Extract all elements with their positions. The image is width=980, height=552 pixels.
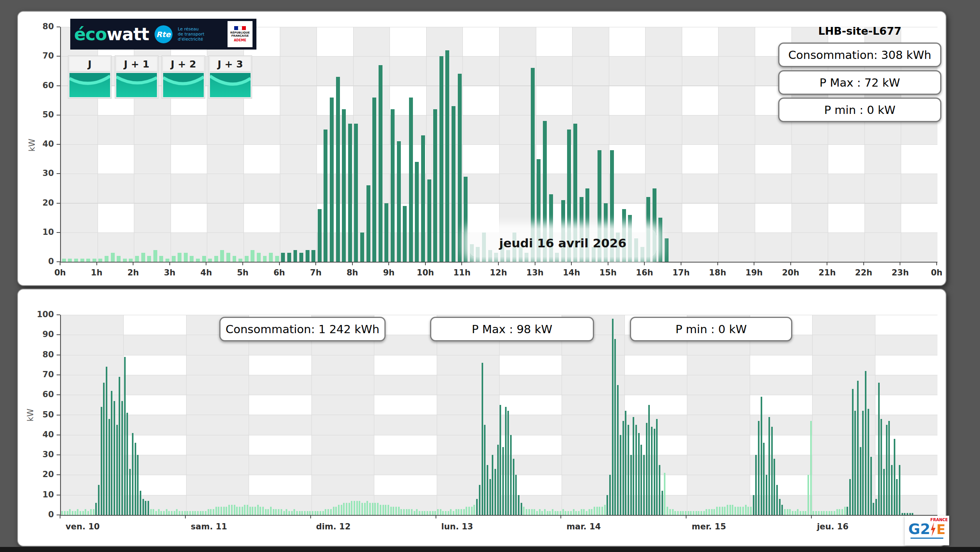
week-consumption-bar[interactable] (275, 509, 277, 515)
week-consumption-bar[interactable] (354, 501, 355, 515)
week-consumption-bar[interactable] (442, 511, 444, 515)
week-consumption-bar[interactable] (260, 507, 261, 515)
day-consumption-bar[interactable] (208, 259, 212, 262)
week-consumption-bar[interactable] (153, 509, 154, 515)
week-consumption-bar[interactable] (789, 509, 791, 515)
week-consumption-bar[interactable] (829, 511, 830, 515)
week-consumption-bar[interactable] (560, 511, 561, 515)
week-consumption-bar[interactable] (831, 511, 832, 515)
week-consumption-bar[interactable] (581, 509, 582, 515)
week-consumption-bar[interactable] (847, 507, 848, 515)
week-consumption-bar[interactable] (158, 509, 160, 515)
week-consumption-bar[interactable] (281, 509, 282, 515)
day-consumption-bar[interactable] (214, 256, 218, 262)
week-consumption-bar[interactable] (656, 419, 658, 515)
forecast-tile-j[interactable]: J (68, 55, 112, 99)
week-consumption-bar[interactable] (909, 513, 911, 515)
week-consumption-bar[interactable] (591, 509, 592, 515)
day-consumption-bar[interactable] (147, 256, 151, 262)
week-consumption-bar[interactable] (873, 503, 874, 515)
week-consumption-bar[interactable] (841, 509, 843, 515)
week-consumption-bar[interactable] (573, 509, 574, 515)
week-consumption-bar[interactable] (333, 507, 334, 515)
day-consumption-bar[interactable] (111, 253, 115, 262)
week-consumption-bar[interactable] (64, 511, 66, 515)
week-consumption-bar[interactable] (288, 511, 290, 515)
week-consumption-bar[interactable] (547, 511, 548, 515)
week-consumption-bar[interactable] (307, 511, 308, 515)
week-consumption-bar[interactable] (562, 509, 564, 515)
week-consumption-bar[interactable] (484, 425, 486, 515)
week-consumption-bar[interactable] (163, 511, 165, 515)
week-consumption-bar[interactable] (166, 509, 167, 515)
week-consumption-bar[interactable] (821, 511, 822, 515)
day-consumption-bar[interactable] (391, 109, 395, 262)
week-consumption-bar[interactable] (635, 425, 637, 515)
week-consumption-bar[interactable] (818, 511, 820, 515)
day-consumption-bar[interactable] (92, 259, 96, 262)
week-consumption-bar[interactable] (103, 383, 105, 515)
week-consumption-bar[interactable] (327, 509, 329, 515)
week-consumption-bar[interactable] (578, 511, 580, 515)
week-consumption-bar[interactable] (137, 455, 139, 515)
week-consumption-bar[interactable] (899, 465, 900, 515)
week-consumption-bar[interactable] (406, 509, 407, 515)
week-consumption-bar[interactable] (448, 511, 449, 515)
week-consumption-bar[interactable] (747, 507, 749, 515)
week-consumption-bar[interactable] (187, 511, 188, 515)
week-consumption-bar[interactable] (390, 507, 392, 515)
week-consumption-bar[interactable] (575, 511, 577, 515)
week-consumption-bar[interactable] (815, 511, 817, 515)
week-consumption-bar[interactable] (753, 495, 754, 515)
week-consumption-bar[interactable] (82, 511, 84, 515)
week-consumption-bar[interactable] (346, 503, 347, 515)
week-consumption-bar[interactable] (98, 485, 100, 515)
week-consumption-bar[interactable] (894, 439, 895, 515)
week-consumption-bar[interactable] (315, 511, 316, 515)
day-consumption-bar[interactable] (427, 179, 431, 262)
day-consumption-bar[interactable] (196, 259, 200, 262)
week-consumption-bar[interactable] (601, 507, 603, 515)
week-consumption-bar[interactable] (382, 505, 384, 515)
week-consumption-bar[interactable] (267, 509, 269, 515)
week-consumption-bar[interactable] (497, 445, 499, 515)
day-consumption-bar[interactable] (372, 98, 376, 262)
day-consumption-bar[interactable] (306, 250, 309, 262)
week-consumption-bar[interactable] (380, 505, 381, 515)
week-consumption-bar[interactable] (654, 429, 655, 515)
week-consumption-bar[interactable] (69, 509, 71, 515)
week-consumption-bar[interactable] (200, 511, 201, 515)
week-consumption-bar[interactable] (385, 505, 386, 515)
week-consumption-bar[interactable] (361, 503, 363, 515)
week-consumption-bar[interactable] (713, 509, 715, 515)
week-consumption-bar[interactable] (807, 475, 809, 515)
week-consumption-bar[interactable] (755, 455, 757, 515)
day-consumption-bar[interactable] (251, 250, 254, 262)
week-consumption-bar[interactable] (312, 511, 313, 515)
week-consumption-bar[interactable] (659, 465, 660, 515)
week-consumption-bar[interactable] (278, 509, 279, 515)
week-consumption-bar[interactable] (638, 433, 640, 515)
week-consumption-bar[interactable] (492, 455, 493, 515)
week-consumption-bar[interactable] (291, 511, 293, 515)
week-consumption-bar[interactable] (90, 509, 92, 515)
week-consumption-bar[interactable] (218, 507, 219, 515)
week-consumption-bar[interactable] (862, 411, 864, 515)
week-consumption-bar[interactable] (372, 503, 374, 515)
week-consumption-bar[interactable] (672, 509, 674, 515)
week-consumption-bar[interactable] (685, 511, 687, 515)
week-consumption-bar[interactable] (364, 503, 366, 515)
day-consumption-bar[interactable] (80, 259, 84, 262)
day-consumption-bar[interactable] (665, 238, 669, 262)
week-consumption-bar[interactable] (513, 459, 514, 515)
week-consumption-bar[interactable] (101, 407, 102, 515)
week-consumption-bar[interactable] (839, 509, 840, 515)
day-consumption-bar[interactable] (257, 253, 261, 262)
week-consumption-bar[interactable] (466, 507, 467, 515)
day-consumption-bar[interactable] (62, 259, 66, 262)
week-consumption-bar[interactable] (95, 503, 97, 515)
week-consumption-bar[interactable] (377, 503, 379, 515)
day-consumption-bar[interactable] (311, 250, 315, 262)
week-consumption-bar[interactable] (184, 511, 186, 515)
week-consumption-bar[interactable] (810, 421, 812, 515)
